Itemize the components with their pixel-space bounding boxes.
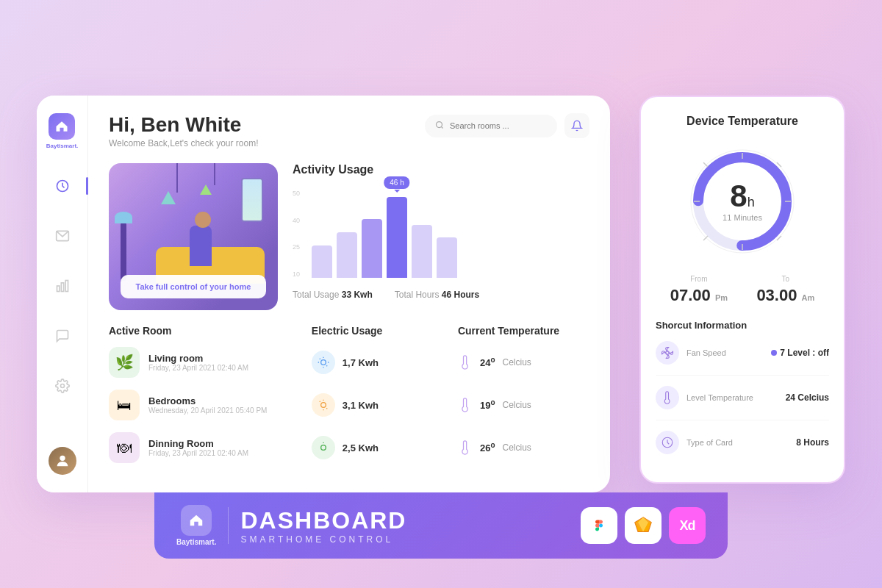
nav-item-chat[interactable] bbox=[48, 321, 77, 351]
temp-item-dining: 26o Celcius bbox=[458, 432, 589, 463]
shortcut-fan[interactable]: Fan Speed 7 Level : off bbox=[656, 341, 829, 376]
nav-item-settings[interactable] bbox=[48, 371, 77, 401]
bar-2 bbox=[337, 232, 357, 278]
room-item-living[interactable]: 🌿 Living room Friday, 23 April 2021 02:4… bbox=[109, 347, 297, 378]
svg-line-19 bbox=[320, 401, 320, 402]
sidebar-nav bbox=[48, 171, 77, 447]
illustration: Take full control of your home bbox=[109, 163, 278, 310]
y-label-10: 10 bbox=[293, 270, 300, 278]
room-name-bedroom: Bedrooms bbox=[148, 395, 267, 406]
room-icon-dining: 🍽 bbox=[109, 432, 140, 463]
to-time: 03.00 Am bbox=[756, 286, 814, 305]
room-info-bedroom: Bedrooms Wednesday, 20 April 2021 05:40 … bbox=[148, 395, 267, 415]
chart-area: 50 40 25 10 46 h bbox=[293, 185, 589, 281]
y-label-40: 40 bbox=[293, 217, 300, 224]
temp-value-dining: 26o bbox=[480, 441, 495, 453]
bell-button[interactable] bbox=[564, 113, 589, 138]
bar-5 bbox=[412, 225, 432, 278]
to-period: Am bbox=[802, 293, 815, 302]
time-to: To 03.00 Am bbox=[756, 275, 814, 305]
window bbox=[241, 178, 263, 222]
usage-icon-dining bbox=[312, 436, 335, 459]
header: Hi, Ben White Welcome Back,Let's check y… bbox=[109, 113, 589, 148]
svg-point-6 bbox=[60, 456, 65, 461]
usage-item-living: 1,7 Kwh bbox=[312, 347, 443, 378]
room-icon-bedroom: 🛏 bbox=[109, 390, 140, 420]
usage-item-dining: 2,5 Kwh bbox=[312, 432, 443, 463]
electric-usage-col: Electric Usage 1,7 Kwh bbox=[312, 325, 443, 475]
chart-y-labels: 50 40 25 10 bbox=[293, 190, 300, 278]
room-date-dining: Friday, 23 April 2021 02:40 AM bbox=[148, 449, 248, 457]
hero-image: Take full control of your home bbox=[109, 163, 278, 310]
nav-item-clock[interactable] bbox=[48, 171, 77, 201]
svg-line-20 bbox=[326, 408, 327, 409]
branding-title: DASHBOARD bbox=[240, 507, 406, 534]
gauge-center: 8h 11 Minutes bbox=[723, 181, 762, 222]
svg-line-33 bbox=[777, 236, 781, 240]
total-hours-stat: Total Hours 46 Hours bbox=[395, 290, 479, 300]
total-usage-value: 33 Kwh bbox=[342, 290, 373, 300]
temp-section-title: Current Temperature bbox=[458, 325, 589, 337]
search-bar[interactable] bbox=[425, 115, 557, 137]
total-usage-label: Total Usage bbox=[293, 290, 339, 300]
thermometer-icon bbox=[656, 386, 679, 409]
clock-icon bbox=[656, 431, 679, 454]
lamp-cord-2 bbox=[214, 163, 215, 185]
header-subtitle: Welcome Back,Let's check your room! bbox=[109, 138, 258, 148]
temp-col: Current Temperature 24o Celcius bbox=[458, 325, 589, 475]
nav-item-mail[interactable] bbox=[48, 221, 77, 251]
svg-rect-4 bbox=[65, 281, 68, 292]
bar-1 bbox=[312, 245, 332, 278]
temp-label-bedroom: Celcius bbox=[502, 400, 531, 410]
svg-point-9 bbox=[320, 360, 326, 365]
branding-divider bbox=[228, 507, 229, 544]
search-input[interactable] bbox=[450, 121, 547, 130]
chart-bars: 46 h bbox=[312, 190, 589, 278]
hero-cta[interactable]: Take full control of your home bbox=[121, 275, 266, 298]
room-info-living: Living room Friday, 23 April 2021 02:40 … bbox=[148, 353, 248, 372]
usage-value-dining: 2,5 Kwh bbox=[343, 442, 379, 453]
branding-bar: Baytismart. DASHBOARD SMARTHOME CONTROL bbox=[154, 492, 728, 559]
xd-icon: Xd bbox=[669, 507, 706, 544]
activity-title: Activity Usage bbox=[293, 163, 589, 176]
room-item-dining[interactable]: 🍽 Dinning Room Friday, 23 April 2021 02:… bbox=[109, 432, 297, 463]
shortcut-title: Shorcut Information bbox=[656, 320, 829, 331]
branding-subtitle: SMARTHOME CONTROL bbox=[240, 534, 406, 545]
gauge-minutes: 11 Minutes bbox=[723, 213, 762, 222]
bar-4: 46 h bbox=[387, 197, 407, 278]
nav-item-chart[interactable] bbox=[48, 271, 77, 301]
floor-lamp-pole bbox=[121, 222, 126, 281]
user-avatar[interactable] bbox=[49, 447, 76, 475]
temp-value-bedroom: 19o bbox=[480, 398, 495, 411]
lamp-cord-1 bbox=[176, 163, 178, 193]
floor-lamp-head bbox=[115, 212, 132, 223]
usage-value-living: 1,7 Kwh bbox=[343, 357, 379, 368]
time-from: From 07.00 Pm bbox=[670, 275, 728, 305]
from-label: From bbox=[670, 275, 728, 283]
sidebar-logo: Baytismart. bbox=[46, 113, 79, 149]
room-date-living: Friday, 23 April 2021 02:40 AM bbox=[148, 364, 248, 372]
logo-icon bbox=[49, 113, 75, 140]
main-dashboard-card: Baytismart. bbox=[37, 96, 610, 492]
header-actions bbox=[425, 113, 589, 138]
search-icon bbox=[435, 121, 444, 132]
svg-line-13 bbox=[326, 365, 327, 366]
gauge-container: 8h 11 Minutes bbox=[656, 143, 829, 260]
header-text: Hi, Ben White Welcome Back,Let's check y… bbox=[109, 113, 258, 148]
usage-icon-bedroom bbox=[312, 393, 335, 417]
lamp-shade-2 bbox=[200, 184, 212, 195]
room-item-bedroom[interactable]: 🛏 Bedrooms Wednesday, 20 April 2021 05:4… bbox=[109, 390, 297, 420]
temp-value-living: 24o bbox=[480, 356, 495, 368]
shortcut-temp[interactable]: Level Temperature 24 Celcius bbox=[656, 386, 829, 420]
figma-icon bbox=[581, 507, 617, 544]
branding-tools: Xd bbox=[581, 507, 706, 544]
shortcut-clock[interactable]: Type of Card 8 Hours bbox=[656, 431, 829, 465]
total-usage-stat: Total Usage 33 Kwh bbox=[293, 290, 373, 300]
sketch-icon bbox=[625, 507, 662, 544]
card-value: 8 Hours bbox=[796, 437, 829, 448]
fan-dot bbox=[771, 350, 777, 356]
temp-item-bedroom: 19o Celcius bbox=[458, 390, 589, 420]
svg-point-21 bbox=[320, 445, 326, 451]
branding-text-group: DASHBOARD SMARTHOME CONTROL bbox=[240, 507, 406, 545]
to-label: To bbox=[756, 275, 814, 283]
